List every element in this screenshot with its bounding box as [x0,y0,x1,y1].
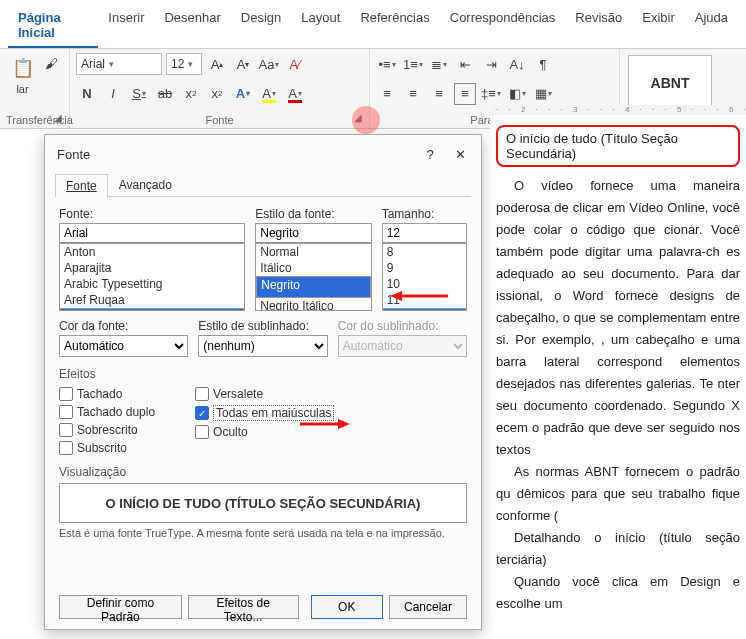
shrink-font-button[interactable]: A▾ [232,53,254,75]
size-option[interactable]: 11 [383,292,466,308]
label-font-color: Cor da fonte: [59,319,188,333]
font-color-button[interactable]: A▾ [284,83,306,105]
highlight-button[interactable]: A▾ [258,83,280,105]
tab-font[interactable]: Fonte [55,174,108,197]
doc-paragraph[interactable]: Quando você clica em Design e escolhe um [496,571,740,615]
font-size-combo[interactable]: 12▾ [166,53,202,75]
tab-design[interactable]: Design [231,4,291,48]
bullets-button[interactable]: •≡▾ [376,53,398,75]
label-underline-color: Cor do sublinhado: [338,319,467,333]
change-case-button[interactable]: Aa▾ [258,53,280,75]
sort-button[interactable]: A↓ [506,53,528,75]
tab-help[interactable]: Ajuda [685,4,738,48]
font-option[interactable]: Arabic Typesetting [60,276,244,292]
bold-button[interactable]: N [76,83,98,105]
ribbon-tabs: Página Inicial Inserir Desenhar Design L… [0,0,746,49]
style-input[interactable] [255,223,371,243]
document-area: O início de tudo (Título Seção Secundári… [490,115,746,639]
checkbox-hidden-label: Oculto [213,425,248,439]
style-option-selected[interactable]: Negrito [256,276,370,298]
grow-font-button[interactable]: A▴ [206,53,228,75]
tab-mailings[interactable]: Correspondências [440,4,566,48]
font-size-value: 12 [171,57,184,71]
checkbox-hidden[interactable]: Oculto [195,423,334,441]
doc-paragraph[interactable]: As normas ABNT fornecem o padrão qu dêmi… [496,461,740,527]
dialog-tabs: Fonte Avançado [55,173,471,197]
text-effects-button[interactable]: Efeitos de Texto... [188,595,299,619]
font-input[interactable] [59,223,245,243]
format-painter-button[interactable]: 🖌 [42,53,62,73]
line-spacing-button[interactable]: ‡≡▾ [480,83,502,105]
text-effects-button[interactable]: A▾ [232,83,254,105]
size-option[interactable]: 10 [383,276,466,292]
dialog-buttons: Definir como Padrão Efeitos de Texto... … [59,595,467,619]
cancel-button[interactable]: Cancelar [389,595,467,619]
size-option[interactable]: 9 [383,260,466,276]
size-input[interactable] [382,223,467,243]
set-default-button[interactable]: Definir como Padrão [59,595,182,619]
font-option[interactable]: Anton [60,244,244,260]
size-listbox[interactable]: 8 9 10 11 12 [382,243,467,311]
numbering-button[interactable]: 1≡▾ [402,53,424,75]
tab-review[interactable]: Revisão [565,4,632,48]
clipboard-launcher-icon[interactable]: ◢ [51,110,65,124]
checkbox-smallcaps[interactable]: Versalete [195,385,334,403]
tab-draw[interactable]: Desenhar [154,4,230,48]
tab-view[interactable]: Exibir [632,4,685,48]
doc-paragraph[interactable]: O vídeo fornece uma maneira poderosa de … [496,175,740,461]
align-left-button[interactable]: ≡ [376,83,398,105]
shading-button[interactable]: ◧▾ [506,83,528,105]
tab-advanced[interactable]: Avançado [108,173,183,196]
subscript-button[interactable]: x2 [180,83,202,105]
show-marks-button[interactable]: ¶ [532,53,554,75]
checkbox-strike[interactable]: Tachado [59,385,155,403]
ok-button[interactable]: OK [311,595,383,619]
checkbox-allcaps-label: Todas em maiúsculas [213,405,334,421]
underline-style-select[interactable]: (nenhum) [198,335,327,357]
tab-layout[interactable]: Layout [291,4,350,48]
style-option[interactable]: Itálico [256,260,370,276]
increase-indent-button[interactable]: ⇥ [480,53,502,75]
font-listbox[interactable]: Anton Aparajita Arabic Typesetting Aref … [59,243,245,311]
doc-paragraph[interactable]: Detalhando o início (título seção terciá… [496,527,740,571]
group-font: Arial▾ 12▾ A▴ A▾ Aa▾ A⁄ N I S▾ ab x2 x2 … [70,49,370,128]
paste-button[interactable]: 📋 [8,53,38,83]
close-button[interactable]: ✕ [449,143,471,165]
clear-formatting-button[interactable]: A⁄ [284,53,306,75]
heading-callout: O início de tudo (Título Seção Secundári… [496,125,740,167]
tab-insert[interactable]: Inserir [98,4,154,48]
size-option[interactable]: 8 [383,244,466,260]
font-option-selected[interactable]: Arial [60,308,244,311]
font-name-value: Arial [81,57,105,71]
label-style: Estilo da fonte: [255,207,371,221]
font-option[interactable]: Aparajita [60,260,244,276]
style-abnt[interactable]: ABNT [628,55,712,111]
align-center-button[interactable]: ≡ [402,83,424,105]
superscript-button[interactable]: x2 [206,83,228,105]
italic-button[interactable]: I [102,83,124,105]
decrease-indent-button[interactable]: ⇤ [454,53,476,75]
checkbox-allcaps[interactable]: ✓Todas em maiúsculas [195,403,334,423]
style-option[interactable]: Negrito Itálico [256,298,370,311]
style-option[interactable]: Normal [256,244,370,260]
font-launcher-icon[interactable]: ◢ [351,110,365,124]
label-underline-style: Estilo de sublinhado: [198,319,327,333]
checkbox-double-strike[interactable]: Tachado duplo [59,403,155,421]
checkbox-subscript[interactable]: Subscrito [59,439,155,457]
multilevel-button[interactable]: ≣▾ [428,53,450,75]
tab-references[interactable]: Referências [350,4,439,48]
font-name-combo[interactable]: Arial▾ [76,53,162,75]
font-color-select[interactable]: Automático [59,335,188,357]
borders-button[interactable]: ▦▾ [532,83,554,105]
align-right-button[interactable]: ≡ [428,83,450,105]
checkbox-superscript[interactable]: Sobrescrito [59,421,155,439]
help-button[interactable]: ? [419,143,441,165]
size-option-selected[interactable]: 12 [383,308,466,311]
style-listbox[interactable]: Normal Itálico Negrito Negrito Itálico [255,243,371,311]
underline-button[interactable]: S▾ [128,83,150,105]
strikethrough-button[interactable]: ab [154,83,176,105]
justify-button[interactable]: ≡ [454,83,476,105]
tab-home[interactable]: Página Inicial [8,4,98,48]
label-font: Fonte: [59,207,245,221]
font-option[interactable]: Aref Ruqaa [60,292,244,308]
